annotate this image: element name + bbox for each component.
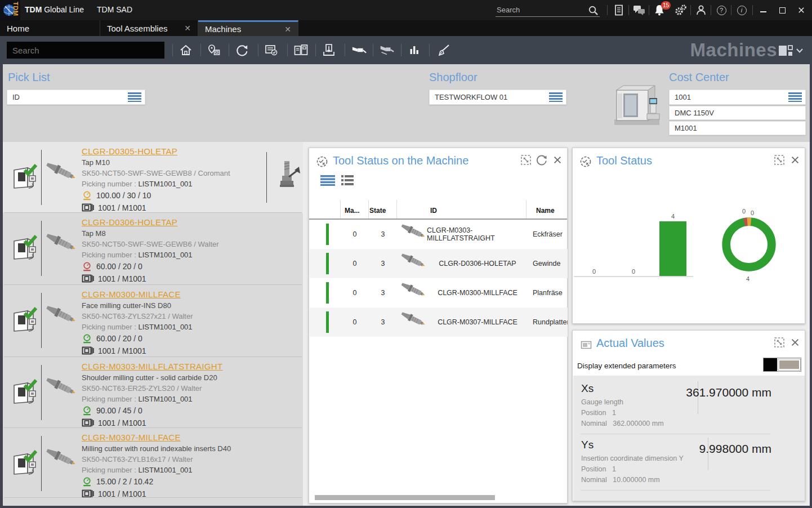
separator [752, 5, 753, 15]
home-icon[interactable] [178, 43, 194, 57]
expand-panel-icon[interactable] [520, 154, 532, 166]
separator [345, 44, 345, 56]
tool-spec: SK50-NCT63-ZYLS27x21 / Walter [82, 311, 265, 322]
machine-icon [82, 346, 94, 356]
close-tab-icon[interactable]: ✕ [273, 25, 291, 34]
list-item[interactable]: CLGR-D0306-HOLETAP Tap M8 SK50-NCT50-SWF… [3, 213, 303, 285]
table-row[interactable]: 0 3 CLGR-M0300-MILLFACE Planfräse [310, 278, 568, 308]
tab-home[interactable]: Home [0, 20, 100, 36]
donut-label-expired: 0 [742, 208, 746, 215]
machine-assigned-check-icon [11, 449, 40, 478]
separator [200, 44, 201, 56]
param-nominal: Nominal 10.000000 mm [581, 475, 660, 485]
close-tab-icon[interactable]: ✕ [173, 24, 191, 33]
pick-list-combo[interactable]: ID [7, 90, 145, 105]
list-view-toggle[interactable] [320, 175, 335, 188]
expand-panel-icon[interactable] [773, 154, 786, 166]
extended-parameters-toggle[interactable] [763, 358, 801, 372]
combo-menu-icon[interactable] [549, 92, 563, 102]
minimize-button[interactable] [757, 4, 769, 16]
tool-description: Tap M8 [82, 228, 265, 239]
refresh-panel-icon[interactable] [536, 154, 548, 166]
tab-tool-assemblies[interactable]: Tool Assemblies✕ [100, 20, 198, 36]
param-name: Ys [581, 439, 594, 451]
tool-life-gauge-icon [82, 261, 92, 272]
cost-center-machine-id: M1001 [669, 121, 806, 135]
cleanup-broom-icon[interactable] [436, 43, 452, 57]
tool-id-link[interactable]: CLGR-D0305-HOLETAP [82, 146, 177, 156]
list-item[interactable]: CLGR-D0305-HOLETAP Tap M10 SK50-NCT50-SW… [3, 142, 303, 213]
user-icon[interactable] [695, 4, 707, 16]
tdm-logo-text: TDM [12, 2, 19, 16]
tool-id-link[interactable]: CLGR-M0307-MILLFACE [82, 433, 181, 442]
table-row[interactable]: 0 3 CLGR-M0303-MILLFLATSTRAIGHT Eckfräse… [310, 220, 568, 249]
panel-title: Tool Status on the Machine [333, 154, 469, 167]
shopfloor-combo[interactable]: TESTWORKFLOW 01 [429, 90, 566, 105]
param-position: Position 1 [581, 408, 616, 418]
machine-location-icon[interactable] [206, 43, 222, 57]
filter-band: Pick List ID Shopfloor TESTWORKFLOW 01 C… [3, 64, 810, 142]
close-panel-icon[interactable] [789, 154, 801, 166]
tool-load-icon[interactable] [272, 159, 304, 193]
table-row[interactable]: 0 3 CLGR-D0306-HOLETAP Gewinde [310, 249, 568, 278]
expand-panel-icon[interactable] [773, 336, 786, 349]
picking-number: Picking number : LISTM1001_001 [82, 322, 265, 332]
tool-assembly-icon[interactable] [351, 43, 367, 57]
tool-id-link[interactable]: CLGR-M0300-MILLFACE [82, 289, 181, 299]
column-divider [526, 200, 527, 219]
tool-image [44, 303, 81, 335]
info-icon[interactable]: i [735, 4, 748, 16]
checklist-icon[interactable] [264, 43, 279, 57]
horizontal-scrollbar[interactable] [315, 495, 495, 500]
list-item[interactable]: CLGR-M0303-MILLFLATSTRAIGHT Shoulder mil… [3, 357, 303, 428]
chevron-down-icon [796, 48, 804, 54]
tool-id-link[interactable]: CLGR-D0306-HOLETAP [82, 217, 177, 227]
download-icon[interactable] [321, 43, 337, 57]
divider [41, 150, 42, 205]
combo-menu-icon[interactable] [128, 92, 141, 102]
actual-values-icon [581, 340, 592, 350]
settings-gears-icon[interactable] [675, 4, 687, 16]
help-icon[interactable]: ? [715, 4, 728, 16]
separator [607, 5, 608, 15]
close-panel-icon[interactable] [789, 336, 801, 349]
search-icon[interactable] [587, 4, 599, 16]
cost-center-combo[interactable]: 1001 [669, 90, 806, 105]
picking-number: Picking number : LISTM1001_001 [82, 179, 265, 189]
global-search-input[interactable]: Search [496, 5, 600, 17]
status-bar-green [326, 253, 329, 274]
layout-switch-button[interactable] [778, 44, 804, 57]
table-row[interactable]: 0 3 CLGR-M0307-MILLFACE Rundplattenf [310, 308, 568, 337]
close-panel-icon[interactable] [551, 154, 564, 166]
param-position: Position 1 [581, 464, 616, 475]
separator [401, 44, 401, 56]
tool-disassembly-icon[interactable] [378, 43, 394, 57]
refresh-icon[interactable] [234, 43, 250, 57]
toolbar: 0 Machines [0, 36, 812, 64]
column-header-name[interactable]: Name [536, 207, 555, 215]
list-search-input[interactable] [7, 42, 164, 59]
statistics-icon[interactable] [407, 43, 422, 57]
tool-id-link[interactable]: CLGR-M0303-MILLFLATSTRAIGHT [82, 362, 222, 371]
list-item[interactable]: CLGR-M0307-MILLFACE Milling cutter with … [3, 428, 303, 506]
tab-machines[interactable]: Machines✕ [198, 20, 298, 36]
tool-image [400, 311, 429, 335]
panel-title: Actual Values [596, 337, 664, 350]
tool-image [44, 160, 81, 191]
column-header-id[interactable]: ID [430, 207, 437, 215]
column-header-state[interactable]: State [369, 207, 386, 215]
list-item[interactable]: CLGR-M0300-MILLFACE Face milling cutter-… [3, 285, 303, 357]
close-window-button[interactable] [795, 4, 807, 16]
app-brand: TDM Global Line [25, 5, 84, 14]
report-icon[interactable] [613, 4, 625, 16]
param-description: Gauge length [581, 397, 623, 408]
machine-documents-icon[interactable] [293, 43, 309, 57]
picking-number: Picking number : LISTM1001_001 [82, 394, 265, 404]
tool-status-icon [316, 155, 328, 168]
maximize-button[interactable] [776, 4, 788, 16]
combo-menu-icon[interactable] [788, 92, 802, 102]
column-header-magazine[interactable]: Ma... [345, 207, 360, 215]
messages-icon[interactable] [633, 4, 645, 16]
divider [41, 436, 42, 491]
card-view-toggle[interactable] [341, 175, 354, 188]
